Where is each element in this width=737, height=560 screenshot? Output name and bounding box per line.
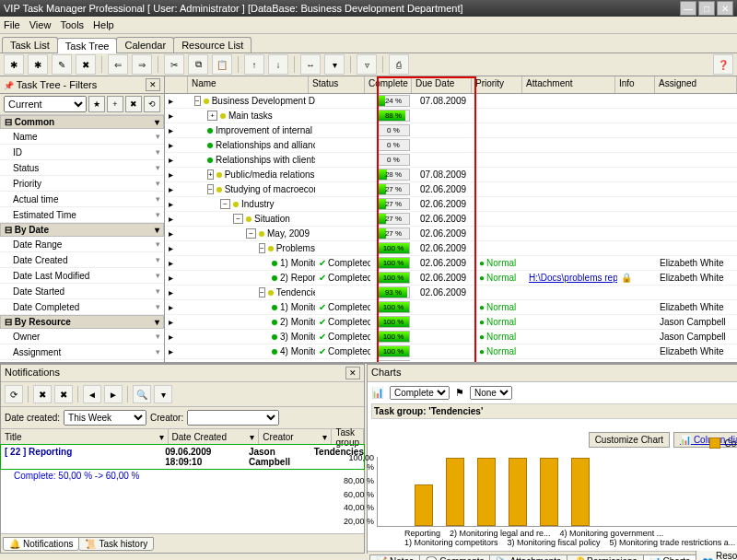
menu-file[interactable]: File xyxy=(4,19,20,30)
filter-group-bydate[interactable]: ⊟ By Date▾ xyxy=(0,223,164,237)
minimize-button[interactable]: — xyxy=(680,1,696,16)
btab-task-history[interactable]: 📜 Task history xyxy=(78,537,154,551)
close-button[interactable]: ✕ xyxy=(717,1,733,16)
filter-item[interactable]: Date Created▾ xyxy=(0,252,164,268)
notif-right-icon[interactable]: ► xyxy=(104,385,123,403)
filter-item[interactable]: Status▾ xyxy=(0,160,164,176)
tree-row[interactable]: ▸2) Monitoring legal and regulatory fram… xyxy=(165,315,737,330)
tree-row[interactable]: ▸Relationships with clients0 % xyxy=(165,153,737,168)
col-complete[interactable]: Complete xyxy=(365,76,412,93)
notif-del-icon[interactable]: ✖ xyxy=(33,385,52,403)
tool-edit-icon[interactable]: ✎ xyxy=(52,54,72,75)
notif-left-icon[interactable]: ◄ xyxy=(83,385,101,403)
tree-row[interactable]: ▸1) Monitoring competitors✔Completed100 … xyxy=(165,300,737,315)
tree-row[interactable]: ▸5) Monitoring trade restrictions and ta… xyxy=(165,359,737,361)
nh-creator[interactable]: Creator xyxy=(263,432,293,442)
expander-icon[interactable]: − xyxy=(246,228,256,239)
filter-group-common[interactable]: ⊟ Common▾ xyxy=(0,115,164,129)
expander-icon[interactable]: − xyxy=(259,287,265,298)
tree-row[interactable]: ▸4) Monitoring government international … xyxy=(165,344,737,359)
filter-item[interactable]: ID▾ xyxy=(0,145,164,160)
filter-item[interactable]: Date Started▾ xyxy=(0,284,164,299)
menu-view[interactable]: View xyxy=(29,19,52,30)
date-created-select[interactable]: This Week xyxy=(64,410,146,426)
col-status[interactable]: Status xyxy=(309,76,365,93)
col-priority[interactable]: Priority xyxy=(472,76,522,93)
notif-filter-icon[interactable]: ▾ xyxy=(154,385,172,403)
tab-task-tree[interactable]: Task Tree xyxy=(57,38,118,53)
col-name[interactable]: Name xyxy=(188,76,309,93)
ctab-charts[interactable]: 📊 Charts xyxy=(643,554,696,561)
tree-row[interactable]: ▸−Tendencies93 %02.06.2009 xyxy=(165,286,737,300)
filter-item[interactable]: Assignment▾ xyxy=(0,344,164,360)
tool-expand-icon[interactable]: ↔ xyxy=(300,54,321,75)
customize-chart-button[interactable]: Customize Chart xyxy=(589,432,670,448)
notif-refresh-icon[interactable]: ⟳ xyxy=(5,385,23,403)
tree-row[interactable]: ▸−Problems100 %02.06.2009 xyxy=(165,241,737,256)
expander-icon[interactable]: + xyxy=(207,111,217,121)
chart-metric-select[interactable]: Complete xyxy=(390,386,450,400)
tab-calendar[interactable]: Calendar xyxy=(116,37,174,52)
tool-new2-icon[interactable]: ✱ xyxy=(28,54,48,75)
col-assigned[interactable]: Assigned xyxy=(655,76,737,93)
expander-icon[interactable]: − xyxy=(194,96,201,106)
tree-row[interactable]: ▸2) Reporting✔Completed100 %02.06.2009No… xyxy=(165,271,737,286)
menu-tools[interactable]: Tools xyxy=(60,19,84,30)
pin-icon[interactable]: 📌 xyxy=(4,81,14,90)
tree-row[interactable]: ▸−Situation27 %02.06.2009 xyxy=(165,212,737,227)
tree-row[interactable]: ▸−Business Development Dep.24 %07.08.200… xyxy=(165,94,737,109)
filter-item[interactable]: Estimated Time▾ xyxy=(0,207,164,223)
tool-print-icon[interactable]: ⎙ xyxy=(389,54,409,75)
tab-task-list[interactable]: Task List xyxy=(2,37,58,52)
ctab-notes[interactable]: 📝 Notes xyxy=(369,554,420,561)
tree-row[interactable]: ▸−Studying of macroeconomic factors27 %0… xyxy=(165,182,737,197)
filter-item[interactable]: Actual time▾ xyxy=(0,192,164,207)
tree-row[interactable]: ▸Relationships and alliances with other … xyxy=(165,138,737,153)
ctab-permissions[interactable]: 🔑 Permissions xyxy=(567,554,643,561)
maximize-button[interactable]: □ xyxy=(698,1,715,16)
creator-select[interactable] xyxy=(187,410,279,426)
chart-filter-select[interactable]: None xyxy=(470,386,512,400)
tool-up-icon[interactable]: ↑ xyxy=(244,54,264,75)
filter-current-select[interactable]: Current xyxy=(4,96,87,112)
tool-cut-icon[interactable]: ✂ xyxy=(164,54,184,75)
tool-indent-icon[interactable]: ⇐ xyxy=(108,54,128,75)
col-attachment[interactable]: Attachment xyxy=(522,76,615,93)
notification-row[interactable]: [ 22 ] Reporting 09.06.2009 18:09:10 Jas… xyxy=(0,444,365,470)
filter-item[interactable]: Date Last Modified▾ xyxy=(0,268,164,284)
tool-outdent-icon[interactable]: ⇒ xyxy=(132,54,152,75)
filter-clear-icon[interactable]: ⟲ xyxy=(144,96,160,112)
tree-row[interactable]: ▸+Main tasks88 % xyxy=(165,109,737,123)
expander-icon[interactable]: − xyxy=(233,214,243,224)
filter-del-icon[interactable]: ✖ xyxy=(125,96,142,112)
tree-row[interactable]: ▸3) Monitoring fiscal policy✔Completed10… xyxy=(165,330,737,344)
tool-paste-icon[interactable]: 📋 xyxy=(212,54,232,75)
tree-row[interactable]: ▸Improvement of internal operations by d… xyxy=(165,123,737,138)
nh-title[interactable]: Title xyxy=(5,432,22,442)
filter-item[interactable]: Owner▾ xyxy=(0,329,164,344)
tree-row[interactable]: ▸−Industry27 %02.06.2009 xyxy=(165,197,737,212)
filter-save-icon[interactable]: ★ xyxy=(88,96,105,112)
filter-item[interactable]: Date Range▾ xyxy=(0,237,164,252)
col-info[interactable]: Info xyxy=(615,76,655,93)
tool-dropdown-icon[interactable]: ▾ xyxy=(324,54,345,75)
notif-find-icon[interactable]: 🔍 xyxy=(133,385,151,403)
tool-attach-icon[interactable]: ❓ xyxy=(713,54,733,75)
tool-new-icon[interactable]: ✱ xyxy=(4,54,24,75)
expander-icon[interactable]: + xyxy=(207,169,214,180)
expander-icon[interactable]: − xyxy=(207,184,214,194)
filter-item[interactable]: Priority▾ xyxy=(0,176,164,192)
tool-copy-icon[interactable]: ⧉ xyxy=(188,54,208,75)
tree-row[interactable]: ▸+Public/media relations28 %07.08.2009 xyxy=(165,168,737,182)
notif-delall-icon[interactable]: ✖ xyxy=(54,385,73,403)
col-due[interactable]: Due Date xyxy=(412,76,472,93)
tool-down-icon[interactable]: ↓ xyxy=(268,54,288,75)
expander-icon[interactable]: − xyxy=(259,243,265,253)
notifications-close[interactable]: ✕ xyxy=(345,367,360,379)
filter-group-byresource[interactable]: ⊟ By Resource▾ xyxy=(0,315,164,329)
filter-item[interactable]: Name▾ xyxy=(0,129,164,145)
filter-item[interactable]: Date Completed▾ xyxy=(0,299,164,315)
ctab-comments[interactable]: 💬 Comments xyxy=(419,554,490,561)
tool-delete-icon[interactable]: ✖ xyxy=(76,54,96,75)
expander-icon[interactable]: − xyxy=(220,199,230,209)
